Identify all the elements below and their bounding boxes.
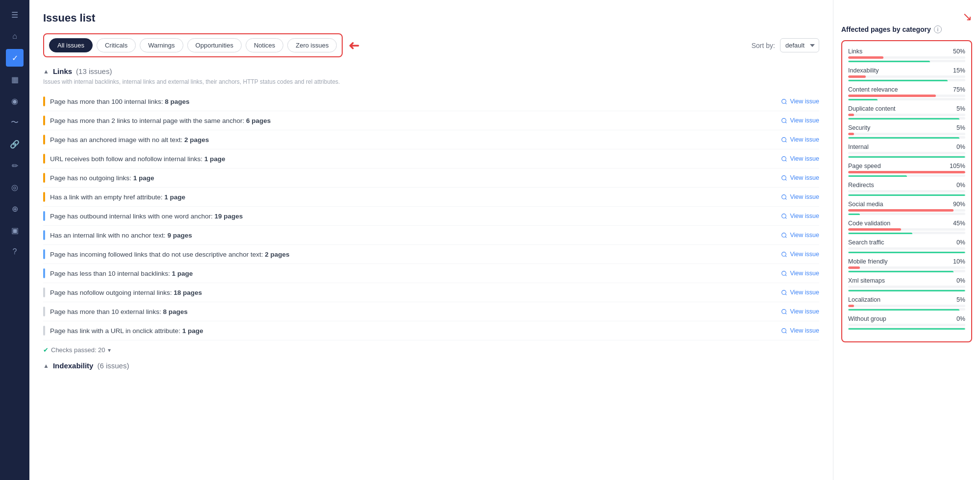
category-name: Redirects <box>848 182 874 189</box>
chevron-up-icon-2[interactable]: ▲ <box>43 362 49 369</box>
issue-indicator <box>43 211 45 221</box>
filter-bar: All issuesCriticalsWarningsOpportunities… <box>43 33 343 57</box>
grid-icon[interactable]: ▦ <box>6 71 24 88</box>
green-bar <box>848 80 948 81</box>
svg-line-3 <box>785 122 786 123</box>
filter-tab-opportunities[interactable]: Opportunities <box>187 38 242 52</box>
green-bar <box>848 309 959 311</box>
link-icon[interactable]: 🔗 <box>6 135 24 153</box>
view-issue-button[interactable]: View issue <box>781 270 819 277</box>
filter-bar-wrapper: All issuesCriticalsWarningsOpportunities… <box>43 33 819 57</box>
category-label-row: Security 5% <box>848 124 965 131</box>
chevron-up-icon[interactable]: ▲ <box>43 68 49 75</box>
category-name: Code validation <box>848 220 890 227</box>
issue-row: Page has less than 10 internal backlinks… <box>43 264 819 283</box>
svg-point-20 <box>782 290 786 294</box>
red-bar <box>848 228 901 231</box>
category-bars <box>848 152 965 158</box>
activity-icon[interactable]: 〜 <box>6 114 24 131</box>
svg-line-1 <box>785 103 786 104</box>
issue-indicator <box>43 135 45 144</box>
plus-circle-icon[interactable]: ⊕ <box>6 200 24 217</box>
category-name: Mobile friendly <box>848 258 888 265</box>
view-issue-button[interactable]: View issue <box>781 308 819 315</box>
category-row: Xml sitemaps 0% <box>848 277 965 291</box>
view-issue-button[interactable]: View issue <box>781 155 819 162</box>
issue-row: Page has no outgoing links: 1 page View … <box>43 168 819 188</box>
view-issue-button[interactable]: View issue <box>781 117 819 124</box>
red-bar-container <box>848 171 965 173</box>
category-name: Search traffic <box>848 239 884 246</box>
hamburger-icon[interactable]: ☰ <box>6 6 24 24</box>
categories-container: Links 50% Indexability 15% Content rel <box>841 40 972 342</box>
green-bar <box>848 99 878 100</box>
view-issue-button[interactable]: View issue <box>781 327 819 334</box>
category-bars <box>848 114 965 120</box>
issue-indicator <box>43 96 45 106</box>
svg-line-5 <box>785 141 786 142</box>
view-issue-button[interactable]: View issue <box>781 193 819 200</box>
chevron-down-icon[interactable]: ▾ <box>108 347 111 354</box>
svg-line-25 <box>785 332 786 333</box>
green-bar <box>848 175 907 177</box>
edit-icon[interactable]: ✏ <box>6 157 24 174</box>
issue-text: Page has less than 10 internal backlinks… <box>50 270 193 277</box>
filter-tab-notices[interactable]: Notices <box>246 38 283 52</box>
issue-indicator <box>43 249 45 259</box>
view-issue-button[interactable]: View issue <box>781 98 819 105</box>
category-row: Mobile friendly 10% <box>848 258 965 272</box>
view-issue-button[interactable]: View issue <box>781 213 819 219</box>
green-bar <box>848 233 912 234</box>
red-bar-container <box>848 305 965 307</box>
green-bar <box>848 156 965 158</box>
category-bars <box>848 190 965 196</box>
sort-select[interactable]: default <box>780 38 819 52</box>
svg-line-9 <box>785 179 786 180</box>
green-bar <box>848 194 965 196</box>
red-bar <box>848 133 854 135</box>
filter-tab-criticals[interactable]: Criticals <box>97 38 136 52</box>
category-row: Page speed 105% <box>848 163 965 177</box>
checkbox-icon[interactable]: ✓ <box>6 49 24 67</box>
view-issue-button[interactable]: View issue <box>781 136 819 143</box>
issue-row: Page has link with a URL in onclick attr… <box>43 321 819 340</box>
category-bars <box>848 228 965 234</box>
view-issue-button[interactable]: View issue <box>781 289 819 296</box>
category-bars <box>848 75 965 81</box>
category-label-row: Redirects 0% <box>848 182 965 189</box>
issue-indicator <box>43 268 45 278</box>
svg-point-24 <box>782 328 786 333</box>
red-bar <box>848 305 854 307</box>
info-icon[interactable]: i <box>934 25 942 33</box>
red-bar <box>848 114 854 116</box>
green-bar-container <box>848 79 965 81</box>
svg-line-7 <box>785 160 786 161</box>
view-issue-button[interactable]: View issue <box>781 232 819 239</box>
category-row: Without group 0% <box>848 315 965 330</box>
category-label-row: Links 50% <box>848 48 965 55</box>
help-icon[interactable]: ? <box>6 243 24 261</box>
target-icon[interactable]: ◎ <box>6 178 24 196</box>
red-bar-container <box>848 247 965 250</box>
filter-tab-warnings[interactable]: Warnings <box>140 38 183 52</box>
view-issue-button[interactable]: View issue <box>781 174 819 181</box>
green-bar-container <box>848 289 965 291</box>
view-issue-button[interactable]: View issue <box>781 251 819 258</box>
card-icon[interactable]: ▣ <box>6 221 24 239</box>
scan-icon[interactable]: ◉ <box>6 92 24 110</box>
check-icon: ✔ <box>43 346 49 354</box>
home-icon[interactable]: ⌂ <box>6 27 24 45</box>
filter-tab-zero-issues[interactable]: Zero issues <box>287 38 337 52</box>
category-label-row: Duplicate content 5% <box>848 105 965 112</box>
category-pct: 10% <box>953 258 965 265</box>
filter-tab-all-issues[interactable]: All issues <box>49 38 93 52</box>
issue-row: URL receives both follow and nofollow in… <box>43 149 819 168</box>
category-label-row: Content relevance 75% <box>848 86 965 93</box>
issue-row-left: Page has nofollow outgoing internal link… <box>43 288 202 297</box>
category-row: Redirects 0% <box>848 182 965 196</box>
section-count-indexability: (6 issues) <box>97 361 129 370</box>
green-bar-container <box>848 213 965 215</box>
svg-point-18 <box>782 271 786 275</box>
issue-indicator <box>43 192 45 202</box>
green-bar <box>848 328 965 330</box>
